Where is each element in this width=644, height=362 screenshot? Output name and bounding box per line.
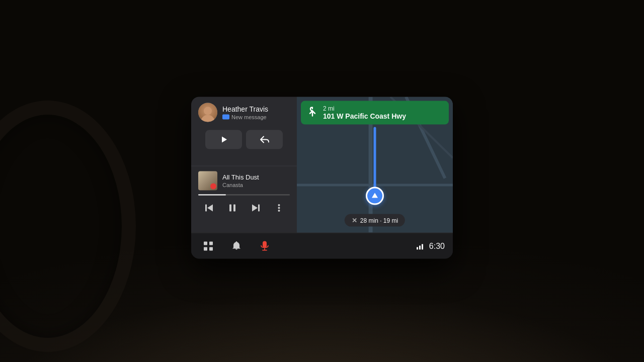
car-arrow-icon	[372, 193, 378, 198]
bottom-bar: 6:30	[191, 233, 453, 259]
music-info: All This Dust Canasta	[222, 173, 290, 188]
svg-marker-6	[252, 204, 258, 211]
android-auto-display: Heather Travis New message	[191, 97, 453, 259]
svg-rect-22	[417, 247, 418, 249]
aa-content-area: Heather Travis New message	[191, 97, 453, 233]
svg-point-7	[278, 204, 280, 206]
svg-marker-2	[207, 204, 213, 211]
more-options-button[interactable]	[268, 199, 290, 216]
action-buttons	[198, 127, 290, 154]
artist-name: Canasta	[222, 182, 290, 188]
clock-display: 6:30	[429, 241, 445, 250]
svg-point-9	[278, 210, 280, 212]
music-top: All This Dust Canasta	[198, 171, 290, 190]
reply-button[interactable]	[246, 130, 283, 149]
prev-icon	[205, 204, 214, 212]
pause-button[interactable]	[221, 199, 244, 216]
nav-distance: 2 mi	[323, 105, 406, 112]
eta-time: 28 min	[360, 217, 378, 224]
svg-marker-0	[222, 137, 227, 143]
microphone-icon	[261, 240, 269, 251]
eta-distance: 19 mi	[383, 217, 398, 224]
turn-left-icon	[307, 107, 318, 118]
svg-rect-1	[205, 204, 207, 211]
message-icon	[222, 115, 229, 120]
signal-bars-icon	[416, 242, 425, 249]
svg-rect-5	[258, 204, 260, 211]
play-icon	[220, 136, 228, 144]
reply-icon	[260, 136, 269, 144]
prev-track-button[interactable]	[198, 199, 220, 216]
nav-banner: 2 mi 101 W Pacific Coast Hwy	[301, 101, 449, 125]
album-art	[198, 171, 217, 190]
map-panel[interactable]: 2 mi 101 W Pacific Coast Hwy ✕ 28 min · …	[297, 97, 453, 233]
car-marker	[366, 187, 384, 205]
message-card[interactable]: Heather Travis New message	[191, 97, 297, 166]
message-subtitle: New message	[231, 114, 267, 120]
contact-row: Heather Travis New message	[198, 103, 290, 122]
bottom-status: 6:30	[416, 241, 445, 250]
svg-rect-4	[233, 204, 235, 211]
left-panel: Heather Travis New message	[191, 97, 297, 233]
avatar-face	[198, 103, 217, 122]
svg-point-18	[236, 241, 237, 243]
svg-rect-19	[263, 241, 267, 247]
next-track-button[interactable]	[245, 199, 267, 216]
music-card[interactable]: All This Dust Canasta	[191, 166, 297, 233]
microphone-button[interactable]	[256, 237, 274, 255]
app-grid-button[interactable]	[199, 237, 217, 255]
svg-rect-15	[209, 241, 213, 245]
svg-rect-14	[204, 241, 207, 245]
svg-rect-16	[204, 247, 207, 250]
pause-icon	[229, 204, 236, 212]
turn-icon	[307, 107, 318, 118]
svg-rect-3	[229, 204, 231, 211]
eta-close-button[interactable]: ✕	[352, 217, 357, 224]
svg-rect-23	[419, 245, 421, 249]
eta-text: 28 min · 19 mi	[360, 217, 398, 224]
play-button[interactable]	[205, 130, 242, 149]
progress-bar[interactable]	[198, 194, 290, 195]
avatar	[198, 103, 217, 122]
grid-icon	[203, 241, 213, 251]
svg-rect-17	[209, 247, 213, 250]
music-controls	[198, 199, 290, 216]
eta-badge: ✕ 28 min · 19 mi	[345, 214, 405, 227]
notifications-button[interactable]	[227, 237, 246, 255]
contact-name: Heather Travis	[222, 105, 290, 113]
nav-street: 101 W Pacific Coast Hwy	[323, 112, 406, 121]
next-icon	[251, 204, 260, 212]
svg-point-8	[278, 207, 280, 209]
message-label-row: New message	[222, 114, 290, 120]
progress-fill	[198, 194, 226, 195]
bottom-icons	[199, 237, 416, 255]
nav-info: 2 mi 101 W Pacific Coast Hwy	[323, 105, 406, 121]
more-icon	[278, 204, 280, 212]
contact-info: Heather Travis New message	[222, 105, 290, 120]
svg-rect-24	[422, 244, 423, 249]
bell-icon	[232, 241, 241, 251]
song-title: All This Dust	[222, 173, 290, 181]
